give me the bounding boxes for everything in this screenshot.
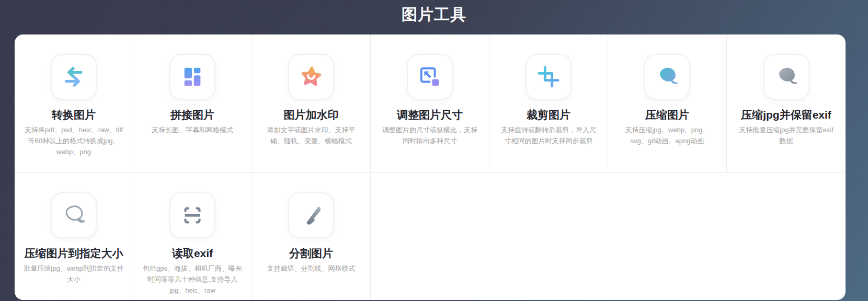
empty-cell <box>727 173 846 300</box>
tool-card-description: 添加文字或图片水印、支持平铺、随机、变量、横幅模式 <box>252 125 370 147</box>
empty-cell <box>371 173 489 300</box>
tool-card-title: 图片加水印 <box>278 108 345 121</box>
tool-card-split-image[interactable]: 分割图片 支持裁切、分割线、网格模式 <box>252 173 371 300</box>
tool-icon-box <box>51 192 97 238</box>
tool-card-description: 调整图片的尺寸或纵横比，支持同时输出多种尺寸 <box>371 125 489 147</box>
tool-card-description: 支持将pdf、psd、heic、raw、tiff等60种以上的格式转换成jpg、… <box>15 125 133 157</box>
leaf-teal-icon <box>655 65 679 89</box>
tool-card-watermark-image[interactable]: 图片加水印 添加文字或图片水印、支持平铺、随机、变量、横幅模式 <box>252 34 371 173</box>
tool-card-title: 调整图片尺寸 <box>391 108 469 121</box>
tool-icon-box <box>288 192 334 238</box>
tool-card-title: 分割图片 <box>283 247 339 260</box>
tool-card-resize-image[interactable]: 调整图片尺寸 调整图片的尺寸或纵横比，支持同时输出多种尺寸 <box>371 34 489 173</box>
tool-card-description: 支持旋转或翻转后裁剪，导入尺寸相同的图片时支持同步裁剪 <box>489 125 608 147</box>
empty-cell <box>608 173 727 300</box>
tool-card-title: 压缩图片到指定大小 <box>18 247 130 260</box>
scan-frame-icon <box>180 203 204 227</box>
tool-card-read-exif[interactable]: 读取exif 包括gps、海拔、相机厂商、曝光时间等等几十种信息,支持导入jpg… <box>133 173 252 300</box>
tool-card-crop-image[interactable]: 裁剪图片 支持旋转或翻转后裁剪，导入尺寸相同的图片时支持同步裁剪 <box>489 34 608 173</box>
tool-card-title: 裁剪图片 <box>520 108 577 121</box>
tool-icon-box <box>169 54 215 100</box>
tool-card-title: 压缩图片 <box>639 108 695 121</box>
tool-icon-box <box>644 54 690 100</box>
grid-collage-icon <box>180 65 204 89</box>
tool-card-description: 支持裁切、分割线、网格模式 <box>258 263 364 274</box>
tool-card-title: 拼接图片 <box>164 108 221 121</box>
tool-card-description: 支持压缩jpg、webp、png、svg、gif动画、apng动画 <box>608 125 726 147</box>
convert-arrows-icon <box>62 65 86 89</box>
tools-grid: 转换图片 支持将pdf、psd、heic、raw、tiff等60种以上的格式转换… <box>15 34 846 300</box>
tool-card-description: 批量压缩jpg、webp到指定的文件大小 <box>15 263 133 285</box>
tool-card-title: 读取exif <box>166 247 219 260</box>
tool-card-compress-to-size[interactable]: 压缩图片到指定大小 批量压缩jpg、webp到指定的文件大小 <box>15 173 133 300</box>
tool-icon-box <box>51 54 97 100</box>
tool-icon-box <box>407 54 453 100</box>
empty-cell <box>489 173 608 300</box>
knife-icon <box>299 203 323 227</box>
tool-card-compress-jpg-keep-exif[interactable]: 压缩jpg并保留exif 支持批量压缩jpg并完整保留exif数据 <box>727 34 846 173</box>
crop-icon <box>536 65 561 89</box>
resize-arrow-icon <box>418 65 442 89</box>
tool-icon-box <box>763 54 809 100</box>
tool-card-compress-image[interactable]: 压缩图片 支持压缩jpg、webp、png、svg、gif动画、apng动画 <box>608 34 727 173</box>
page-title: 图片工具 <box>0 4 868 26</box>
tool-card-title: 压缩jpg并保留exif <box>735 108 838 121</box>
tool-icon-box <box>526 54 572 100</box>
tool-card-description: 支持长图、字幕和网格模式 <box>143 125 242 136</box>
tool-icon-box <box>169 192 215 238</box>
star-smile-icon <box>299 65 323 89</box>
tool-card-stitch-image[interactable]: 拼接图片 支持长图、字幕和网格模式 <box>133 34 252 173</box>
leaf-gray-icon <box>774 65 798 89</box>
tool-card-description: 支持批量压缩jpg并完整保留exif数据 <box>727 125 846 147</box>
tool-icon-box <box>288 54 334 100</box>
leaf-outline-icon <box>62 203 86 227</box>
tool-card-title: 转换图片 <box>45 108 102 121</box>
tool-card-description: 包括gps、海拔、相机厂商、曝光时间等等几十种信息,支持导入jpg、heic、r… <box>133 263 252 296</box>
tools-panel: 转换图片 支持将pdf、psd、heic、raw、tiff等60种以上的格式转换… <box>15 34 846 300</box>
tool-card-convert-image[interactable]: 转换图片 支持将pdf、psd、heic、raw、tiff等60种以上的格式转换… <box>15 34 133 173</box>
